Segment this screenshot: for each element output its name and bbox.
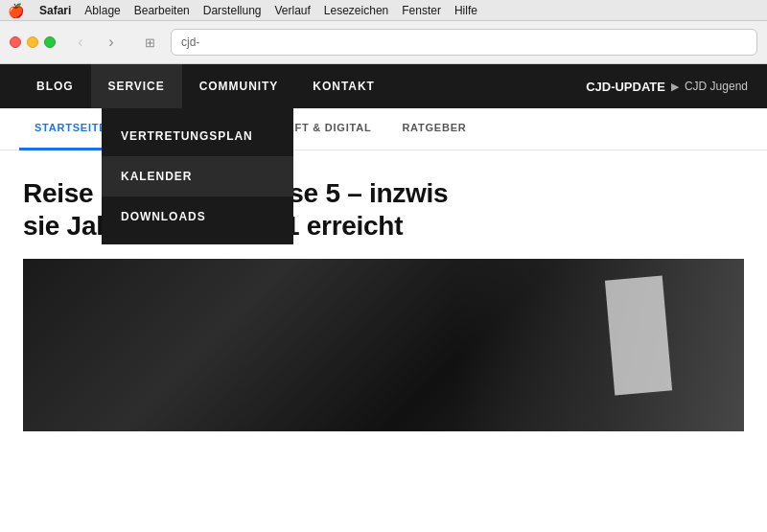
nav-left: BLOG SERVICE COMMUNITY KONTAKT (19, 64, 392, 108)
safari-label[interactable]: Safari (39, 4, 71, 17)
macos-menubar: 🍎 Safari Ablage Bearbeiten Darstellung V… (0, 0, 767, 21)
nav-right-breadcrumb: CJD-UPDATE ▶ CJD Jugend (586, 80, 748, 94)
site-primary-nav: BLOG SERVICE COMMUNITY KONTAKT CJD-UPDAT… (0, 64, 767, 108)
apple-logo: 🍎 (8, 3, 24, 18)
menubar-verlauf[interactable]: Verlauf (274, 4, 310, 17)
nav-item-community[interactable]: COMMUNITY (182, 64, 296, 108)
menubar-hilfe[interactable]: Hilfe (454, 4, 477, 17)
menubar-darstellung[interactable]: Darstellung (203, 4, 262, 17)
website-content: BLOG SERVICE COMMUNITY KONTAKT CJD-UPDAT… (0, 64, 767, 532)
sec-nav-ratgeber[interactable]: RATGEBER (386, 108, 481, 150)
image-shape-1 (455, 259, 744, 431)
fullscreen-button[interactable] (44, 36, 56, 48)
tab-view-button[interactable]: ⊞ (136, 29, 163, 56)
image-overlay (23, 259, 744, 431)
browser-chrome: ‹ › ⊞ cjd- (0, 21, 767, 64)
breadcrumb-arrow: ▶ (671, 81, 679, 93)
menubar-ablage[interactable]: Ablage (84, 4, 120, 17)
dropdown-item-vertretungsplan[interactable]: VERTRETUNGSPLAN (102, 116, 293, 156)
nav-item-blog[interactable]: BLOG (19, 64, 91, 108)
nav-buttons: ‹ › (67, 29, 125, 56)
menubar-bearbeiten[interactable]: Bearbeiten (134, 4, 190, 17)
browser-toolbar: ‹ › ⊞ cjd- (0, 21, 767, 63)
traffic-lights (10, 36, 56, 48)
menubar-fenster[interactable]: Fenster (402, 4, 441, 17)
service-dropdown: VERTRETUNGSPLAN KALENDER DOWNLOADS (102, 108, 293, 244)
close-button[interactable] (10, 36, 21, 48)
breadcrumb-page: CJD Jugend (685, 80, 748, 93)
menubar-lesezeichen[interactable]: Lesezeichen (324, 4, 388, 17)
dropdown-item-downloads[interactable]: DOWNLOADS (102, 197, 293, 237)
breadcrumb-site: CJD-UPDATE (586, 80, 665, 94)
article-image (23, 259, 744, 431)
nav-item-kontakt[interactable]: KONTAKT (295, 64, 392, 108)
dropdown-item-kalender[interactable]: KALENDER (102, 156, 293, 197)
back-button[interactable]: ‹ (67, 29, 94, 56)
minimize-button[interactable] (27, 36, 38, 48)
nav-item-service[interactable]: SERVICE (91, 64, 182, 108)
forward-button[interactable]: › (98, 29, 125, 56)
address-text: cjd- (181, 35, 199, 49)
image-shape-2 (605, 276, 672, 396)
address-bar[interactable]: cjd- (171, 29, 757, 56)
